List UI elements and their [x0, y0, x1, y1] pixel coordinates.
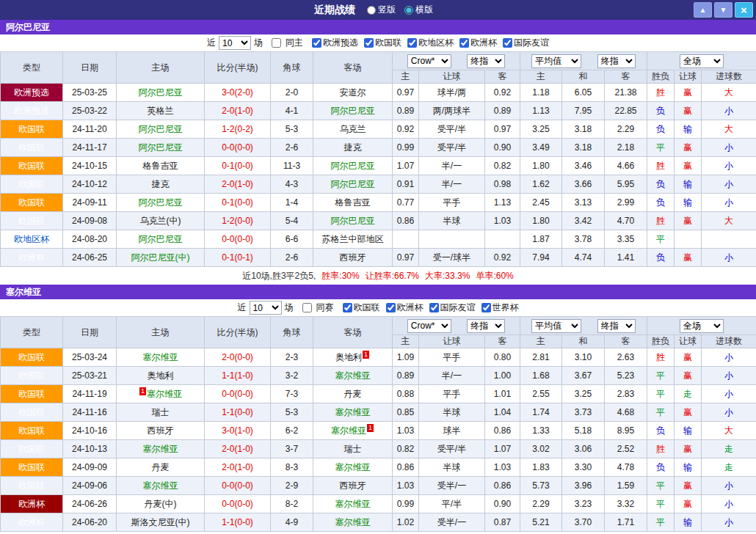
odds-stage-select[interactable]: 终指	[467, 319, 505, 333]
team-link: 西班牙	[148, 425, 174, 436]
away-team: 阿尔巴尼亚	[313, 102, 393, 120]
euro-draw-odds: 3.78	[562, 230, 605, 249]
avg-odds-select[interactable]: 平均值	[531, 54, 581, 68]
asian-handicap: 受平/半	[419, 120, 485, 139]
competition-filter[interactable]: 欧洲杯	[454, 37, 497, 49]
result-wdl: 平	[647, 367, 675, 385]
scope-select[interactable]: 全场	[680, 54, 724, 68]
competition-filter[interactable]: 世界杯	[476, 301, 519, 314]
team-link[interactable]: 阿尔巴尼亚	[331, 161, 375, 171]
match-date: 24-10-15	[63, 157, 117, 175]
match-date: 24-06-20	[63, 513, 117, 532]
scope-controls: 全场	[647, 52, 756, 70]
match-count-select[interactable]: 10	[250, 301, 282, 315]
competition-filter[interactable]: 欧国联	[337, 301, 380, 314]
sub-header-handicap-result: 让球	[675, 70, 702, 84]
competition-checkbox[interactable]	[343, 303, 352, 312]
match-date: 24-11-16	[63, 403, 117, 422]
away-team: 塞尔维亚	[313, 367, 393, 385]
match-date: 25-03-24	[63, 348, 117, 367]
team-link[interactable]: 塞尔维亚	[147, 389, 182, 399]
odds-company-select[interactable]: Crow*	[407, 54, 451, 68]
view-option-horizontal[interactable]: 横版	[404, 4, 433, 16]
team-link[interactable]: 塞尔维亚	[143, 480, 178, 491]
competition-checkbox[interactable]	[312, 38, 321, 48]
team-link[interactable]: 塞尔维亚	[143, 444, 178, 454]
competition-checkbox[interactable]	[386, 303, 396, 312]
asian-away-odds: 0.87	[485, 513, 520, 532]
team-link[interactable]: 阿尔巴尼亚	[139, 197, 183, 208]
asian-home-odds: 0.89	[393, 102, 419, 120]
horizontal-radio[interactable]	[404, 6, 413, 15]
view-option-vertical[interactable]: 竖版	[367, 4, 396, 16]
asian-home-odds: 0.77	[393, 194, 419, 212]
away-team: 奥地利1	[313, 348, 393, 367]
same-condition-checkbox[interactable]	[272, 38, 281, 48]
team-link[interactable]: 塞尔维亚	[335, 462, 371, 472]
team-link[interactable]: 阿尔巴尼亚	[331, 216, 375, 226]
asian-handicap: 平手	[419, 348, 485, 367]
competition-checkbox[interactable]	[503, 38, 512, 48]
move-down-button[interactable]: ▼	[714, 2, 733, 18]
result-handicap: 赢	[675, 440, 702, 458]
team-link[interactable]: 阿尔巴尼亚	[139, 234, 183, 244]
competition-filter[interactable]: 国际友谊	[424, 301, 476, 314]
competition-type: 欧国联	[1, 157, 63, 175]
competition-filter[interactable]: 欧国联	[358, 37, 401, 49]
col-header-corner: 角球	[271, 317, 313, 348]
avg-stage-select[interactable]: 终指	[597, 54, 636, 68]
close-icon: ×	[741, 4, 747, 16]
euro-away-odds: 4.68	[605, 403, 647, 422]
competition-type: 欧洲杯	[1, 513, 63, 532]
odds-company-select[interactable]: Crow*	[407, 319, 451, 333]
team-link[interactable]: 塞尔维亚	[335, 499, 371, 509]
corner-score: 5-3	[271, 403, 313, 422]
team-link[interactable]: 塞尔维亚	[331, 425, 366, 436]
close-button[interactable]: ×	[735, 2, 753, 18]
team-link[interactable]: 塞尔维亚	[335, 517, 371, 527]
competition-filter[interactable]: 欧洲杯	[380, 301, 424, 314]
match-count-select[interactable]: 10	[219, 36, 251, 50]
odds-stage-select[interactable]: 终指	[467, 54, 505, 68]
avg-stage-select[interactable]: 终指	[597, 319, 636, 333]
euro-draw-odds: 7.95	[562, 102, 605, 120]
competition-filter[interactable]: 欧地区杯	[401, 37, 454, 49]
result-goals: 小	[702, 102, 756, 120]
team-link[interactable]: 阿尔巴尼亚	[139, 124, 183, 134]
team-link[interactable]: 塞尔维亚	[335, 370, 371, 381]
match-score: 3-0(1-0)	[205, 422, 271, 440]
asian-home-odds	[393, 230, 419, 249]
result-goals: 小	[702, 513, 756, 532]
home-team: 阿尔巴尼亚	[117, 230, 205, 249]
same-condition-checkbox[interactable]	[302, 303, 312, 312]
competition-filter[interactable]: 国际友谊	[497, 37, 549, 49]
euro-home-odds: 1.68	[520, 367, 562, 385]
asian-handicap: 半球	[419, 458, 485, 477]
euro-draw-odds: 3.30	[562, 458, 605, 477]
competition-filter[interactable]: 欧洲预选	[306, 37, 358, 49]
team-link[interactable]: 阿尔巴尼亚(中)	[131, 252, 190, 263]
move-up-button[interactable]: ▲	[694, 2, 712, 18]
competition-checkbox[interactable]	[429, 303, 439, 312]
window-controls: ▲ ▼ ×	[694, 2, 753, 18]
competition-checkbox[interactable]	[459, 38, 469, 48]
avg-odds-select[interactable]: 平均值	[531, 319, 581, 333]
competition-checkbox[interactable]	[407, 38, 417, 48]
result-handicap: 赢	[675, 249, 702, 267]
sub-header-away-odds: 客	[485, 70, 520, 84]
match-date: 24-10-13	[63, 440, 117, 458]
competition-checkbox[interactable]	[481, 303, 491, 312]
scope-controls: 全场	[647, 317, 756, 335]
team-link[interactable]: 阿尔巴尼亚	[331, 106, 375, 116]
team-link[interactable]: 阿尔巴尼亚	[331, 179, 375, 189]
competition-checkbox[interactable]	[364, 38, 374, 48]
scope-select[interactable]: 全场	[680, 319, 724, 333]
team-link[interactable]: 阿尔巴尼亚	[139, 142, 183, 153]
team-link[interactable]: 阿尔巴尼亚	[139, 87, 183, 98]
vertical-radio[interactable]	[367, 6, 376, 15]
up-arrow-icon: ▲	[699, 6, 707, 14]
result-wdl: 平	[647, 385, 675, 403]
team-link[interactable]: 塞尔维亚	[335, 407, 371, 417]
team-link[interactable]: 塞尔维亚	[143, 352, 178, 362]
team-link: 奥地利	[148, 370, 174, 381]
